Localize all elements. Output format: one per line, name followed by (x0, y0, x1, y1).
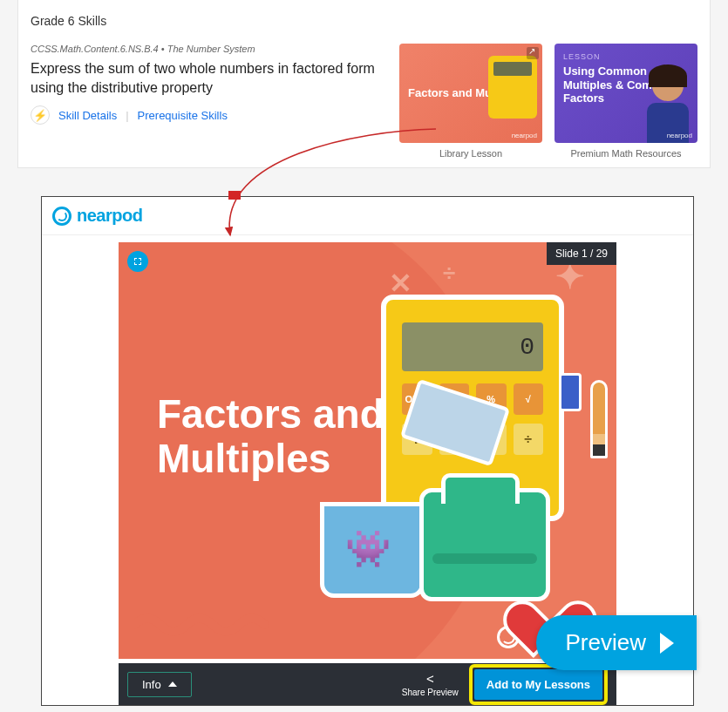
divide-deco-icon: ÷ (443, 260, 455, 287)
chevron-up-icon (168, 681, 177, 687)
library-caption: Library Lesson (439, 148, 502, 159)
preview-bottom-bar: Info < Share Preview Add to My Lessons (119, 663, 616, 705)
slide-canvas: ✕ ÷ ✦ Slide 1 / 29 Factors and Multiples… (119, 242, 616, 659)
premium-resource-thumb[interactable]: LESSON Using Common Multiples & Common F… (555, 44, 697, 143)
calculator-graphic (488, 56, 537, 119)
library-lesson-column: Factors and Multiples nearpod Library Le… (399, 44, 542, 159)
calc-display: 0 (402, 322, 543, 371)
info-button-label: Info (142, 678, 161, 691)
skill-info: CCSS.Math.Content.6.NS.B.4 • The Number … (31, 44, 387, 159)
space-invader-icon: 👾 (345, 527, 387, 570)
calc-key: ÷ (514, 424, 544, 455)
slide-title-line1: Factors and (157, 391, 384, 437)
lesson-tag: LESSON (563, 52, 689, 61)
prerequisite-skills-link[interactable]: Prerequisite Skills (138, 109, 228, 122)
preview-button[interactable]: Preview (536, 615, 697, 670)
bolt-icon: ⚡ (31, 105, 50, 125)
fullscreen-icon (133, 256, 143, 267)
skill-details-link[interactable]: Skill Details (58, 109, 117, 122)
premium-caption: Premium Math Resources (570, 148, 681, 159)
annotation-marker (228, 191, 241, 200)
slide-counter: Slide 1 / 29 (547, 242, 616, 265)
play-icon (660, 633, 674, 654)
nearpod-brand-small: nearpod (667, 132, 692, 139)
nearpod-logo-text: nearpod (77, 206, 142, 226)
add-to-my-lessons-button[interactable]: Add to My Lessons (474, 669, 602, 700)
preview-header: nearpod (42, 197, 693, 235)
nearpod-ring-icon (52, 207, 71, 226)
share-icon: < (426, 671, 434, 686)
squiggle-deco (134, 612, 274, 638)
calc-key: √ (514, 383, 544, 415)
pencil-sticker (590, 380, 608, 458)
library-lesson-thumb[interactable]: Factors and Multiples nearpod (399, 44, 542, 143)
link-separator: | (126, 109, 128, 122)
skills-card: Grade 6 Skills CCSS.Math.Content.6.NS.B.… (17, 0, 711, 168)
lesson-preview-window: nearpod ✕ ÷ ✦ Slide 1 / 29 Factors and M… (41, 196, 694, 706)
nearpod-brand-small: nearpod (512, 132, 537, 139)
skill-links: ⚡ Skill Details | Prerequisite Skills (31, 105, 387, 125)
premium-resource-column: LESSON Using Common Multiples & Common F… (555, 44, 697, 159)
skill-description: Express the sum of two whole numbers in … (31, 59, 387, 97)
info-button[interactable]: Info (127, 672, 192, 697)
share-label: Share Preview (402, 688, 459, 697)
grade-title: Grade 6 Skills (31, 14, 697, 28)
preview-button-label: Preview (566, 629, 646, 656)
standard-tag: CCSS.Math.Content.6.NS.B.4 • The Number … (31, 44, 387, 54)
skill-row: CCSS.Math.Content.6.NS.B.4 • The Number … (31, 44, 697, 159)
slide-title-line2: Multiples (157, 436, 330, 481)
popout-icon[interactable] (527, 47, 539, 59)
fullscreen-button[interactable] (127, 251, 148, 272)
share-preview-button[interactable]: < Share Preview (402, 671, 459, 697)
eraser-sticker (559, 373, 582, 411)
cup-sticker: 👾 (320, 502, 425, 598)
slide-title: Factors and Multiples (157, 392, 384, 480)
nearpod-logo[interactable]: nearpod (52, 206, 142, 226)
